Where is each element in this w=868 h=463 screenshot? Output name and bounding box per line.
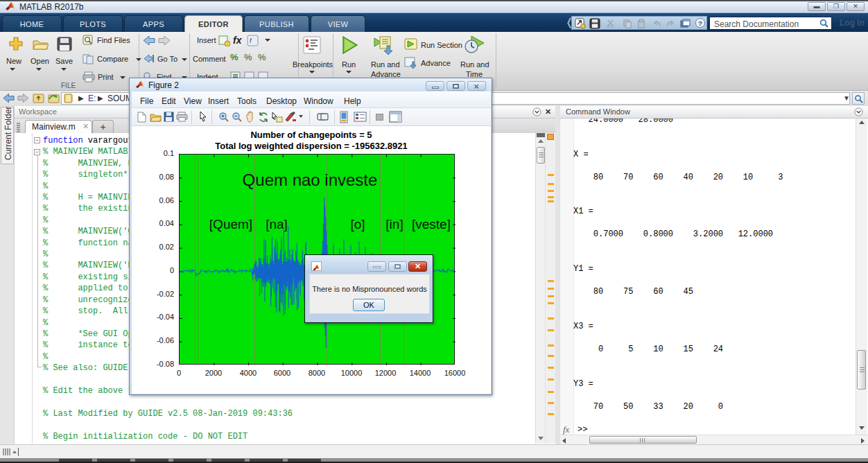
svg-text:?: ? xyxy=(698,19,702,27)
